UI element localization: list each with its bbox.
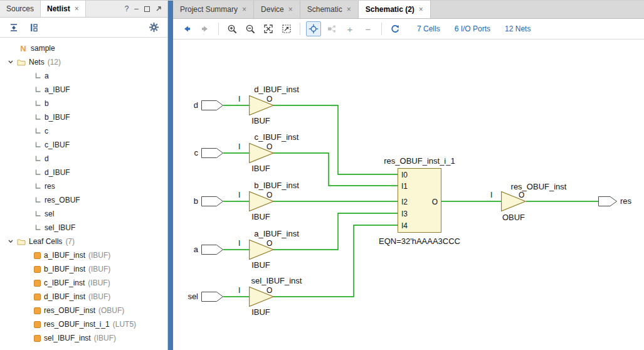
obuf-pin-o: O [519, 191, 524, 200]
tree-item-res[interactable]: res [0, 179, 167, 193]
port-label-sel: sel [173, 291, 198, 302]
close-icon[interactable]: × [288, 5, 293, 14]
tree-item-res_OBUF_inst_i_1[interactable]: res_OBUF_inst_i_1(LUT5) [0, 317, 167, 331]
refresh-icon[interactable] [388, 21, 403, 36]
cells-count-link[interactable]: 7 Cells [417, 24, 440, 33]
tree-item-label: sel_IBUF_inst [44, 334, 91, 342]
plus-icon[interactable]: + [342, 21, 357, 36]
tree-item-a_IBUF_inst[interactable]: a_IBUF_inst(IBUF) [0, 248, 167, 262]
output-port-res[interactable] [598, 196, 617, 206]
close-icon[interactable]: × [347, 5, 351, 14]
net-icon [34, 72, 41, 80]
input-port-sel[interactable] [201, 292, 223, 302]
input-port-c[interactable] [201, 148, 223, 158]
tree-item-d_IBUF_inst[interactable]: d_IBUF_inst(IBUF) [0, 290, 167, 304]
tree-item-c_IBUF[interactable]: c_IBUF [0, 138, 167, 152]
schematic-canvas[interactable]: res_OBUF_inst_i_1 I0 I1 I2 I3 I4 O EQN=3… [173, 40, 644, 350]
tree-item-sample[interactable]: Nsample [0, 41, 167, 55]
tree-item-c_IBUF_inst[interactable]: c_IBUF_inst(IBUF) [0, 276, 167, 290]
netlist-root-icon: N [19, 44, 28, 53]
back-icon[interactable] [179, 21, 194, 36]
tab-sources[interactable]: Sources [0, 1, 41, 17]
tab-schematic[interactable]: Schematic× [300, 1, 359, 18]
zoom-out-icon[interactable] [243, 21, 258, 36]
pane-splitter[interactable] [168, 1, 173, 350]
zoom-fit-icon[interactable] [261, 21, 276, 36]
tree-item-type: (IBUF) [94, 334, 116, 342]
tree-group-leaf-cells[interactable]: Leaf Cells(7) [0, 235, 167, 248]
port-label-d: d [173, 100, 198, 111]
tree-item-d_IBUF[interactable]: d_IBUF [0, 166, 167, 179]
input-port-a[interactable] [201, 245, 223, 255]
tree-item-c[interactable]: c [0, 124, 167, 138]
ibuf-type-label: IBUF [236, 260, 286, 270]
ibuf-pin-i: I [238, 239, 240, 248]
float-icon[interactable] [156, 6, 162, 12]
expander-icon[interactable] [8, 238, 14, 245]
tab-netlist[interactable]: Netlist × [41, 1, 86, 17]
instance-name-c_IBUF_inst: c_IBUF_inst [233, 132, 320, 142]
tree-item-b_IBUF_inst[interactable]: b_IBUF_inst(IBUF) [0, 262, 167, 276]
tab-device[interactable]: Device× [254, 1, 300, 18]
input-port-b[interactable] [201, 196, 223, 206]
document-tab-bar: Project Summary×Device×Schematic×Schemat… [173, 1, 644, 19]
hierarchy-icon[interactable] [28, 21, 40, 34]
tree-item-a_IBUF[interactable]: a_IBUF [0, 83, 167, 97]
tree-item-sel[interactable]: sel [0, 207, 167, 221]
lut-pin-i3: I3 [401, 209, 408, 218]
netlist-pane: Sources Netlist × ? – [0, 1, 168, 350]
netlist-toolbar [0, 18, 167, 38]
maximize-icon[interactable] [144, 6, 150, 12]
lut-pin-i4: I4 [401, 221, 408, 230]
tree-item-type: (IBUF) [88, 265, 110, 273]
input-port-d[interactable] [201, 100, 223, 110]
tree-item-label: sel_IBUF [45, 223, 75, 232]
tree-item-d[interactable]: d [0, 152, 167, 166]
tree-item-res_OBUF_inst[interactable]: res_OBUF_inst(OBUF) [0, 304, 167, 317]
tree-item-res_OBUF[interactable]: res_OBUF [0, 193, 167, 207]
tree-item-type: (IBUF) [88, 278, 110, 287]
minus-icon[interactable]: − [361, 21, 376, 36]
tree-item-sel_IBUF_inst[interactable]: sel_IBUF_inst(IBUF) [0, 331, 167, 345]
tree-item-a[interactable]: a [0, 69, 167, 83]
zoom-selection-icon[interactable] [279, 21, 294, 36]
tab-schematic-2[interactable]: Schematic (2)× [359, 1, 431, 18]
tab-project-summary[interactable]: Project Summary× [173, 1, 254, 18]
toolbar-separator [381, 23, 382, 35]
ibuf-pin-o: O [267, 286, 272, 295]
tree-item-b[interactable]: b [0, 97, 167, 110]
tree-item-type: (OBUF) [98, 306, 124, 315]
tree-item-label: res [45, 182, 55, 191]
pane-window-controls: ? – [125, 1, 167, 17]
expand-cone-icon[interactable] [324, 21, 339, 36]
help-icon[interactable]: ? [125, 4, 129, 13]
instance-name-sel_IBUF_inst: sel_IBUF_inst [233, 276, 320, 286]
cell-icon [34, 280, 41, 287]
tree-item-b_IBUF[interactable]: b_IBUF [0, 110, 167, 124]
nets-count-link[interactable]: 12 Nets [505, 24, 531, 33]
settings-gear-icon[interactable] [147, 21, 160, 34]
instance-name-a_IBUF_inst: a_IBUF_inst [233, 229, 320, 239]
schematic-toolbar: + − 7 Cells 6 I/O Ports 12 Nets [173, 19, 644, 40]
obuf-pin-i: I [490, 191, 492, 200]
close-icon[interactable]: × [75, 4, 79, 13]
autofit-selection-icon[interactable] [306, 21, 321, 36]
zoom-in-icon[interactable] [224, 21, 240, 36]
tree-item-label: res_OBUF_inst [44, 306, 95, 315]
net-icon [34, 224, 41, 231]
tree-item-type: (IBUF) [88, 292, 110, 301]
ibuf-type-label: IBUF [236, 164, 286, 174]
tree-item-sel_IBUF[interactable]: sel_IBUF [0, 221, 167, 235]
tree-group-nets[interactable]: Nets(12) [0, 55, 167, 69]
ibuf-type-label: IBUF [236, 116, 286, 126]
io-ports-count-link[interactable]: 6 I/O Ports [455, 24, 490, 33]
close-icon[interactable]: × [419, 5, 423, 14]
lut5-cell[interactable]: I0 I1 I2 I3 I4 O [398, 168, 441, 233]
toolbar-separator [300, 23, 300, 35]
forward-icon[interactable] [198, 21, 213, 36]
minimize-icon[interactable]: – [134, 4, 139, 13]
close-icon[interactable]: × [242, 5, 246, 14]
collapse-all-icon[interactable] [8, 21, 20, 34]
expander-icon[interactable] [8, 59, 14, 65]
obuf-type-label: OBUF [488, 213, 539, 223]
